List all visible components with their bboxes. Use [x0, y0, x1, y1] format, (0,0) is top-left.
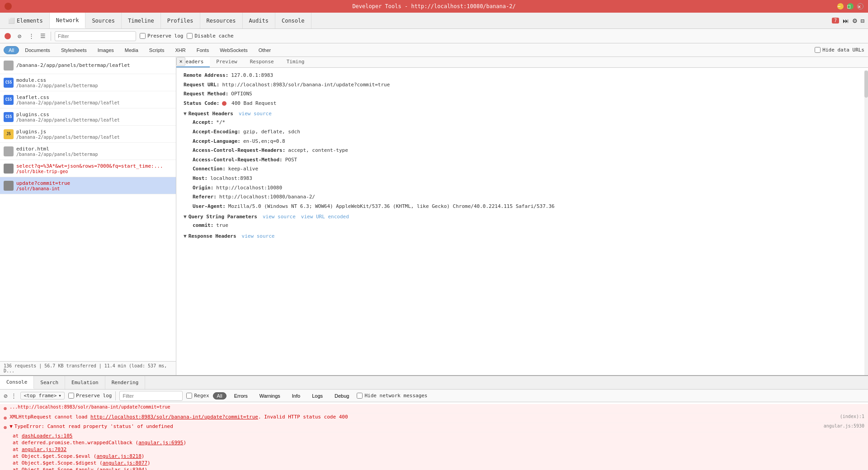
filter-fonts[interactable]: Fonts [192, 46, 214, 54]
tab-profiles[interactable]: Profiles [161, 13, 200, 28]
hide-network-checkbox[interactable] [357, 393, 363, 399]
css-icon: CSS [4, 112, 14, 122]
frame-selector[interactable]: <top frame> ▾ [20, 392, 64, 400]
list-item[interactable]: CSS plugins.css /banana-2/app/panels/bet… [0, 108, 176, 126]
stack-link[interactable]: angular.js:7032 [22, 446, 66, 452]
stack-link[interactable]: angular.js:6995 [138, 440, 183, 446]
regex-checkbox[interactable] [186, 393, 192, 399]
filter-all[interactable]: All [4, 46, 19, 54]
console-content: ⊗ ...http://localhost:8983/solr/banana-i… [0, 402, 868, 470]
view-source-link[interactable]: view source [239, 111, 272, 117]
list-item[interactable]: /banana-2/app/panels/bettermap/leaflet [0, 57, 176, 74]
record-button[interactable] [4, 32, 12, 40]
console-btn-warnings[interactable]: Warnings [255, 392, 284, 400]
item-name: module.css [16, 77, 98, 83]
acr-method-row: Access-Control-Request-Method: POST [193, 156, 861, 164]
tree-toggle[interactable]: ▼ [9, 423, 13, 429]
hide-network-label[interactable]: Hide network messages [357, 393, 427, 399]
chevron-down-icon: ▾ [58, 393, 61, 399]
minimize-button[interactable]: − [837, 3, 844, 9]
list-item[interactable]: select?q=%3A*&wt=json&rows=7000&fq=start… [0, 160, 176, 177]
disable-cache-checkbox[interactable] [187, 33, 193, 39]
console-tab-console[interactable]: Console [0, 376, 34, 389]
request-headers-content: Accept: */* Accept-Encoding: gzip, defla… [193, 118, 861, 210]
console-tab-rendering[interactable]: Rendering [105, 376, 146, 389]
origin-row: Origin: http://localhost:10080 [193, 184, 861, 192]
tab-timeline[interactable]: Timeline [122, 13, 161, 28]
stack-link[interactable]: dashLoader.js:105 [22, 433, 73, 439]
stack-link[interactable]: angular.js:8218 [96, 453, 141, 459]
filter-documents[interactable]: Documents [20, 46, 55, 54]
tab-timing[interactable]: Timing [280, 57, 311, 67]
preserve-log-checkbox[interactable] [140, 33, 146, 39]
stack-link[interactable]: angular.js:8077 [103, 460, 147, 466]
filter-xhr[interactable]: XHR [170, 46, 190, 54]
step-icon[interactable]: ⏭ [843, 17, 849, 24]
regex-label[interactable]: Regex [186, 393, 209, 399]
filter-media[interactable]: Media [120, 46, 143, 54]
filter-other[interactable]: Other [254, 46, 276, 54]
no-entry-icon: ⊘ [4, 392, 7, 400]
console-area: Console Search Emulation Rendering ⊘ ⋮ <… [0, 375, 868, 470]
view-source-link3[interactable]: view source [242, 233, 275, 239]
stack-line: at Object.$get.Scope.$digest (angular.js… [0, 460, 868, 466]
filter-bar: All Documents Stylesheets Images Media S… [0, 43, 868, 57]
tab-elements[interactable]: ⬜ Elements [2, 13, 50, 28]
list-item[interactable]: JS plugins.js /banana-2/app/panels/bette… [0, 126, 176, 143]
tab-preview[interactable]: Preview [210, 57, 243, 67]
tab-response[interactable]: Response [244, 57, 280, 67]
query-string-section[interactable]: ▼ Query String Parameters view source vi… [184, 214, 861, 220]
hide-data-urls-checkbox[interactable] [815, 47, 821, 53]
tab-audits[interactable]: Audits [243, 13, 275, 28]
preserve-log-console-checkbox[interactable] [68, 393, 74, 399]
item-path: /banana-2/app/panels/bettermap/leaflet [16, 135, 120, 140]
close-details-button[interactable]: × [176, 57, 185, 66]
list-item[interactable]: CSS leaflet.css /banana-2/app/panels/bet… [0, 91, 176, 108]
console-line: ⊗ ...http://localhost:8983/solr/banana-i… [0, 404, 868, 414]
console-btn-errors[interactable]: Errors [230, 392, 252, 400]
tab-network[interactable]: Network [50, 13, 86, 28]
console-btn-all[interactable]: All [213, 392, 226, 400]
console-tab-search[interactable]: Search [34, 376, 65, 389]
filter-scripts[interactable]: Scripts [144, 46, 170, 54]
view-toggle-button[interactable]: ☰ [39, 32, 47, 40]
clear-button[interactable]: ⊘ [15, 32, 24, 40]
console-tab-emulation[interactable]: Emulation [65, 376, 105, 389]
close-button[interactable]: × [857, 3, 863, 9]
item-name: plugins.js [16, 129, 120, 135]
tab-resources[interactable]: Resources [200, 13, 243, 28]
tab-sources[interactable]: Sources [85, 13, 122, 28]
detail-scrollbar[interactable] [864, 70, 868, 375]
dock-icon[interactable]: ⊟ [861, 17, 864, 24]
error-url-link[interactable]: http://localhost:8983/solr/banana-int/up… [90, 414, 258, 420]
filter-toggle-button[interactable]: ⋮ [27, 32, 35, 40]
list-item[interactable]: update?commit=true /solr/banana-int [0, 177, 176, 194]
console-btn-logs[interactable]: Logs [308, 392, 327, 400]
filter-images[interactable]: Images [93, 46, 119, 54]
filter-websockets[interactable]: WebSockets [215, 46, 253, 54]
preserve-log-label[interactable]: Preserve log [140, 33, 183, 39]
tab-console[interactable]: Console [275, 13, 311, 28]
response-headers-section[interactable]: ▼ Response Headers view source [184, 233, 861, 239]
stack-link[interactable]: angular.js:8304 [99, 467, 144, 470]
preserve-log-console[interactable]: Preserve log [68, 393, 112, 399]
scrollbar-thumb[interactable] [864, 70, 868, 98]
console-filter-input[interactable] [119, 391, 183, 401]
list-item[interactable]: editor.html /banana-2/app/panels/betterm… [0, 143, 176, 160]
maximize-button[interactable]: □ [847, 3, 854, 9]
view-source-link2[interactable]: view source [263, 214, 296, 220]
console-btn-debug[interactable]: Debug [330, 392, 353, 400]
item-text: /banana-2/app/panels/bettermap/leaflet [16, 62, 130, 68]
request-headers-section[interactable]: ▼ Request Headers view source [184, 111, 861, 117]
xhr-icon [4, 164, 14, 174]
filter-stylesheets[interactable]: Stylesheets [56, 46, 92, 54]
console-toolbar: ⊘ ⋮ <top frame> ▾ Preserve log Regex All… [0, 390, 868, 402]
list-item[interactable]: CSS module.css /banana-2/app/panels/bett… [0, 74, 176, 91]
stack-line: at Object.$get.Scope.$eval (angular.js:8… [0, 453, 868, 460]
disable-cache-label[interactable]: Disable cache [187, 33, 233, 39]
view-url-encoded-link[interactable]: view URL encoded [301, 214, 349, 220]
line-number: (index):1 [835, 414, 864, 419]
settings-icon[interactable]: ⚙ [853, 16, 857, 25]
network-filter-input[interactable] [55, 31, 136, 41]
console-btn-info[interactable]: Info [288, 392, 304, 400]
